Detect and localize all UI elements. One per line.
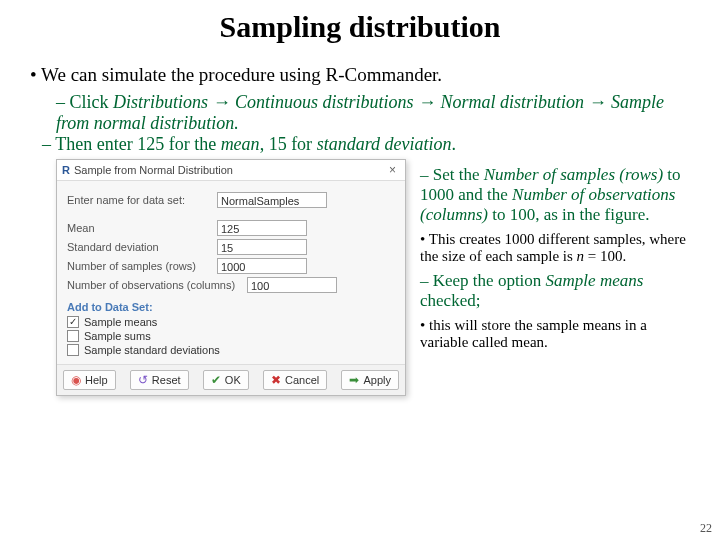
dialog-title-text: Sample from Normal Distribution	[74, 164, 233, 176]
help-icon: ◉	[71, 373, 81, 387]
mean-input[interactable]: 125	[217, 220, 307, 236]
intro-line: We can simulate the procedure using R-Co…	[30, 64, 690, 86]
cb-sample-sd-row[interactable]: Sample standard deviations	[67, 344, 395, 356]
dataset-name-label: Enter name for data set:	[67, 194, 217, 206]
sd-label: Standard deviation	[67, 241, 217, 253]
mean-label: Mean	[67, 222, 217, 234]
sd-input[interactable]: 15	[217, 239, 307, 255]
dialog-titlebar: R Sample from Normal Distribution ×	[57, 160, 405, 181]
keep-option: Keep the option Sample means checked;	[420, 271, 690, 311]
apply-icon: ➡	[349, 373, 359, 387]
set-rows-cols: Set the Number of samples (rows) to 1000…	[420, 165, 690, 225]
dialog-sample-normal: R Sample from Normal Distribution × Ente…	[56, 159, 406, 396]
reset-button[interactable]: ↺Reset	[130, 370, 189, 390]
cb-sample-means-row[interactable]: ✓ Sample means	[67, 316, 395, 328]
nsamples-input[interactable]: 1000	[217, 258, 307, 274]
slide-content: We can simulate the procedure using R-Co…	[0, 64, 720, 396]
nobs-input[interactable]: 100	[247, 277, 337, 293]
dataset-name-input[interactable]: NormalSamples	[217, 192, 327, 208]
help-button[interactable]: ◉Help	[63, 370, 116, 390]
r-icon: R	[62, 164, 70, 176]
enter-values: Then enter 125 for the mean, 15 for stan…	[56, 134, 690, 155]
cb-sample-sums-label: Sample sums	[84, 330, 151, 342]
cb-sample-sd-label: Sample standard deviations	[84, 344, 220, 356]
dialog-body: Enter name for data set: NormalSamples M…	[57, 181, 405, 364]
cancel-icon: ✖	[271, 373, 281, 387]
checkbox-icon[interactable]	[67, 330, 79, 342]
dialog-button-bar: ◉Help ↺Reset ✔OK ✖Cancel ➡Apply	[57, 364, 405, 395]
nsamples-label: Number of samples (rows)	[67, 260, 217, 272]
check-icon: ✔	[211, 373, 221, 387]
apply-button[interactable]: ➡Apply	[341, 370, 399, 390]
ok-button[interactable]: ✔OK	[203, 370, 249, 390]
close-icon[interactable]: ×	[385, 163, 400, 177]
store-note: this will store the sample means in a va…	[420, 317, 690, 351]
creates-note: This creates 1000 different samples, whe…	[420, 231, 690, 265]
nobs-label: Number of observations (columns)	[67, 279, 247, 291]
cb-sample-sums-row[interactable]: Sample sums	[67, 330, 395, 342]
checkbox-icon[interactable]	[67, 344, 79, 356]
slide-title: Sampling distribution	[0, 0, 720, 64]
checkbox-icon[interactable]: ✓	[67, 316, 79, 328]
cancel-button[interactable]: ✖Cancel	[263, 370, 327, 390]
cb-sample-means-label: Sample means	[84, 316, 157, 328]
page-number: 22	[700, 521, 712, 536]
right-column: Set the Number of samples (rows) to 1000…	[406, 159, 690, 396]
reset-icon: ↺	[138, 373, 148, 387]
nav-instruction: Click Distributions → Continuous distrib…	[56, 92, 690, 134]
add-to-dataset-header: Add to Data Set:	[67, 301, 395, 313]
